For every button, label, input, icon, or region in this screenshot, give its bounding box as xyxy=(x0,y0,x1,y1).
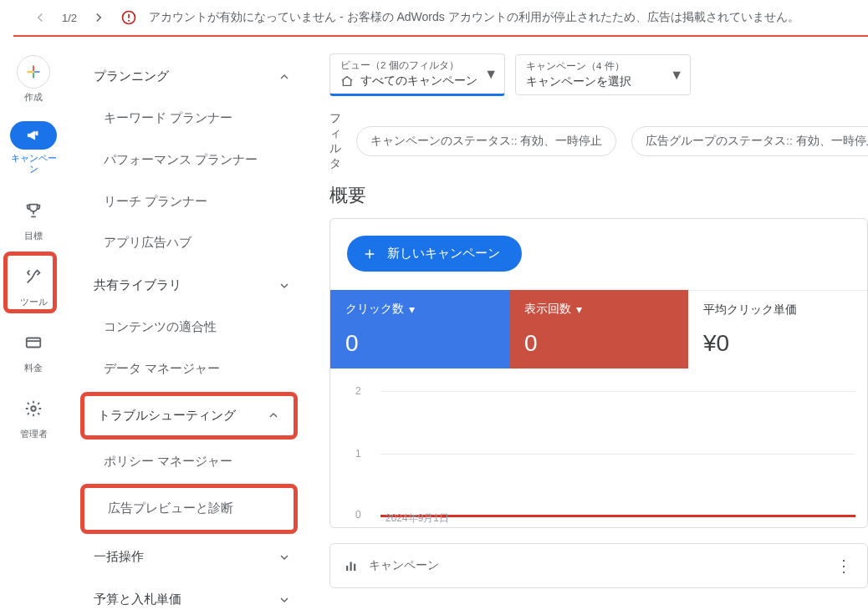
chevron-up-icon xyxy=(267,409,280,422)
sp-bulk[interactable]: 一括操作 xyxy=(75,536,309,578)
megaphone-icon xyxy=(10,121,57,150)
alert-error-icon xyxy=(120,9,137,26)
caret-down-icon: ▾ xyxy=(576,302,582,316)
home-icon xyxy=(340,74,354,88)
svg-rect-6 xyxy=(28,71,33,73)
sp-bulk-label: 一括操作 xyxy=(94,549,144,565)
svg-rect-7 xyxy=(27,338,41,347)
rail-create[interactable]: 作成 xyxy=(8,55,59,103)
stat-clicks[interactable]: クリック数▾ 0 xyxy=(330,290,509,368)
rail-goals[interactable]: 目標 xyxy=(8,194,59,241)
chart-gridline xyxy=(380,391,855,392)
plus-icon xyxy=(17,55,50,89)
sp-budget-bids[interactable]: 予算と入札単価 xyxy=(75,578,309,615)
rail-tools[interactable]: ツール xyxy=(8,260,59,308)
sp-content-suitability[interactable]: コンテンツの適合性 xyxy=(75,307,309,348)
more-options-button[interactable]: ⋮ xyxy=(835,556,854,576)
campaign-chip-value: キャンペーンを選択 xyxy=(526,74,631,89)
page-title: 概要 xyxy=(329,183,868,208)
campaigns-summary-card: キャンペーン ⋮ xyxy=(329,543,868,588)
sp-app-ads-hub[interactable]: アプリ広告ハブ xyxy=(75,222,309,264)
chart-gridline xyxy=(380,454,855,455)
scope-chips-row: ビュー（2 個のフィルタ） すべてのキャンペーン ▼ キャンペーン（4 件） キ… xyxy=(329,53,868,96)
chevron-down-icon xyxy=(278,551,291,564)
callout-ad-preview: 広告プレビューと診断 xyxy=(80,484,298,534)
overview-card: 新しいキャンペーン クリック数▾ 0 表示回数▾ 0 平均クリック単価 ¥0 2… xyxy=(329,218,868,528)
sp-shared-library[interactable]: 共有ライブラリ xyxy=(75,264,309,307)
sp-troubleshoot[interactable]: トラブルシューティング xyxy=(84,396,294,435)
chevron-down-icon xyxy=(278,593,291,607)
svg-point-9 xyxy=(31,406,36,411)
rail-create-label: 作成 xyxy=(24,92,43,103)
filter-adgroup-status[interactable]: 広告グループのステータス:: 有効、一時停止 xyxy=(631,126,868,156)
rail-admin[interactable]: 管理者 xyxy=(8,392,59,440)
stat-avg-cpc-value: ¥0 xyxy=(703,330,852,357)
overview-chart: 2 1 0 2024年9月1日 xyxy=(330,368,867,527)
svg-rect-3 xyxy=(33,66,34,72)
view-chip-label: ビュー（2 個のフィルタ） xyxy=(340,59,496,72)
rail-tools-label: ツール xyxy=(20,297,48,308)
chevron-left-icon xyxy=(33,10,48,25)
chart-tick-2: 2 xyxy=(355,385,361,397)
svg-rect-12 xyxy=(354,564,355,571)
sp-planning-label: プランニング xyxy=(94,69,169,84)
rail-campaigns[interactable]: キャンペーン xyxy=(8,121,59,175)
left-rail: 作成 キャンペーン 目標 ツール 料金 管理者 xyxy=(0,47,67,615)
stats-row: クリック数▾ 0 表示回数▾ 0 平均クリック単価 ¥0 xyxy=(330,290,867,368)
view-chip-value: すべてのキャンペーン xyxy=(360,74,477,89)
caret-down-icon: ▼ xyxy=(484,67,498,82)
sp-troubleshoot-label: トラブルシューティング xyxy=(98,408,236,424)
tools-side-panel: プランニング キーワード プランナー パフォーマンス プランナー リーチ プラン… xyxy=(75,47,309,615)
campaign-chip-label: キャンペーン（4 件） xyxy=(526,60,682,73)
sp-reach-planner[interactable]: リーチ プランナー xyxy=(75,181,309,223)
filter-row: フィルタ キャンペーンのステータス:: 有効、一時停止 広告グループのステータス… xyxy=(329,111,868,171)
rail-goals-label: 目標 xyxy=(24,231,43,241)
svg-point-2 xyxy=(128,20,130,22)
sp-policy-manager[interactable]: ポリシー マネージャー xyxy=(75,441,309,483)
filter-label: フィルタ xyxy=(329,111,341,171)
new-campaign-button[interactable]: 新しいキャンペーン xyxy=(347,236,522,272)
main-content: ビュー（2 個のフィルタ） すべてのキャンペーン ▼ キャンペーン（4 件） キ… xyxy=(318,47,868,615)
alert-message: アカウントが有効になっていません - お客様の AdWords アカウントの利用… xyxy=(149,10,861,25)
stat-impressions-label: 表示回数 xyxy=(524,302,571,317)
sp-keyword-planner[interactable]: キーワード プランナー xyxy=(75,98,309,140)
card-icon xyxy=(17,326,50,359)
gear-icon xyxy=(17,392,50,425)
sp-budget-bids-label: 予算と入札単価 xyxy=(94,592,181,607)
alert-bar: 1/2 アカウントが有効になっていません - お客様の AdWords アカウン… xyxy=(13,0,868,37)
callout-troubleshoot: トラブルシューティング xyxy=(80,392,298,440)
stat-impressions-value: 0 xyxy=(524,330,673,357)
sp-planning[interactable]: プランニング xyxy=(75,55,309,98)
rail-admin-label: 管理者 xyxy=(20,429,48,440)
sp-data-manager[interactable]: データ マネージャー xyxy=(75,348,309,390)
chart-tick-1: 1 xyxy=(355,448,361,460)
plus-icon xyxy=(362,247,377,262)
svg-rect-5 xyxy=(33,73,34,79)
svg-rect-4 xyxy=(34,71,40,73)
new-campaign-label: 新しいキャンペーン xyxy=(387,246,500,262)
svg-rect-10 xyxy=(346,566,348,571)
trophy-icon xyxy=(17,194,50,227)
stat-clicks-label: クリック数 xyxy=(345,302,404,317)
alert-pager: 1/2 xyxy=(62,12,77,24)
wrench-icon xyxy=(17,260,50,293)
chevron-up-icon xyxy=(278,70,291,84)
filter-campaign-status[interactable]: キャンペーンのステータス:: 有効、一時停止 xyxy=(356,126,616,156)
stat-avg-cpc[interactable]: 平均クリック単価 ¥0 xyxy=(688,290,867,368)
stat-impressions[interactable]: 表示回数▾ 0 xyxy=(509,290,688,368)
next-alert-button[interactable] xyxy=(89,8,109,28)
bar-chart-icon xyxy=(344,558,359,573)
campaign-chip[interactable]: キャンペーン（4 件） キャンペーンを選択 ▼ xyxy=(515,54,691,95)
stat-avg-cpc-label: 平均クリック単価 xyxy=(703,302,797,318)
campaigns-summary-label: キャンペーン xyxy=(369,558,439,573)
sp-performance-planner[interactable]: パフォーマンス プランナー xyxy=(75,140,309,181)
chevron-right-icon xyxy=(91,10,106,25)
rail-billing[interactable]: 料金 xyxy=(8,326,59,374)
caret-down-icon: ▼ xyxy=(670,68,683,83)
sp-shared-library-label: 共有ライブラリ xyxy=(94,277,181,293)
rail-campaigns-label: キャンペーン xyxy=(8,153,59,175)
prev-alert-button[interactable] xyxy=(30,8,50,28)
sp-ad-preview-diagnosis[interactable]: 広告プレビューと診断 xyxy=(84,488,294,530)
chevron-down-icon xyxy=(278,279,291,292)
view-chip[interactable]: ビュー（2 個のフィルタ） すべてのキャンペーン ▼ xyxy=(329,53,505,96)
